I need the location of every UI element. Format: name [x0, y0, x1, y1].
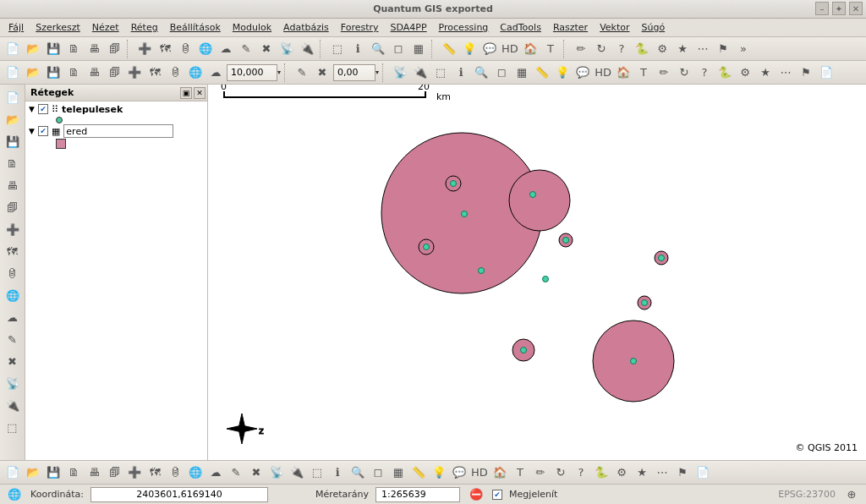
menu-cadtools[interactable]: CadTools — [495, 20, 546, 35]
plus1-icon[interactable]: HD — [594, 63, 612, 82]
reshape-icon[interactable]: 📡 — [391, 63, 409, 82]
graph2-icon[interactable]: ⚑ — [797, 63, 815, 82]
rotate-icon[interactable]: 🌐 — [186, 63, 205, 82]
refresh-icon[interactable]: ↻ — [592, 40, 611, 58]
print-icon[interactable]: 🖶 — [85, 40, 103, 58]
edit-icon[interactable]: 📄 — [3, 63, 22, 82]
crs-icon[interactable]: 🌐 — [3, 286, 22, 304]
save-edits-icon[interactable]: 📂 — [24, 63, 42, 82]
menu-nézet[interactable]: Nézet — [87, 20, 124, 35]
deselect-icon[interactable]: ◻ — [389, 40, 408, 58]
layer-visibility-checkbox[interactable]: ✔ — [38, 126, 48, 136]
b-pg-icon[interactable]: ★ — [633, 463, 651, 482]
cut-icon[interactable]: 💾 — [44, 63, 63, 82]
ext1-icon[interactable]: ⚙ — [653, 40, 671, 58]
zoomin-icon[interactable]: 📂 — [3, 110, 22, 129]
add-raster-icon[interactable]: 🗺 — [156, 40, 174, 58]
zoomfull-icon[interactable]: 🗎 — [3, 154, 22, 173]
paste-icon[interactable]: 🖶 — [85, 63, 103, 82]
plus2-icon[interactable]: 🏠 — [614, 63, 633, 82]
zoomout-icon[interactable]: 💾 — [3, 132, 22, 151]
info-icon[interactable]: ℹ — [348, 40, 367, 58]
save-icon[interactable]: 💾 — [44, 40, 63, 58]
menu-vektor[interactable]: Vektor — [595, 20, 634, 35]
toolbar-overflow-icon[interactable]: » — [734, 40, 753, 58]
b-win-icon[interactable]: ⚙ — [612, 463, 631, 482]
b-grid-icon[interactable]: 🔍 — [348, 463, 367, 482]
abc-icon[interactable]: ✎ — [3, 330, 22, 348]
refresh2-icon[interactable]: 🛢 — [3, 264, 22, 282]
label-icon[interactable]: ✖ — [3, 352, 22, 370]
bookmark-icon[interactable]: ☁ — [3, 308, 22, 326]
layer-name-edit[interactable] — [63, 124, 173, 138]
globe2-icon[interactable]: 🐍 — [715, 63, 734, 82]
prefs-icon[interactable]: ⬚ — [3, 418, 22, 436]
file-open-icon[interactable]: 📂 — [24, 40, 42, 58]
b-ruler-icon[interactable]: ➕ — [125, 463, 144, 482]
home-icon[interactable]: 🏠 — [521, 40, 540, 58]
scale-field[interactable]: 1:265639 — [375, 487, 460, 502]
b-gear-icon[interactable]: ✎ — [227, 463, 245, 482]
minimize-button[interactable]: – — [815, 2, 829, 15]
node-icon[interactable]: 🛢 — [166, 63, 184, 82]
menu-raszter[interactable]: Raszter — [548, 20, 593, 35]
snap-icon[interactable]: 💬 — [573, 63, 592, 82]
zoomnext-icon[interactable]: 🗺 — [3, 242, 22, 260]
add-wms-icon[interactable]: ☁ — [216, 40, 235, 58]
fill-icon[interactable]: 📏 — [533, 63, 551, 82]
addpart-icon[interactable]: 🔍 — [472, 63, 491, 82]
delring-icon[interactable]: ◻ — [492, 63, 511, 82]
b-sql-icon[interactable]: ⋯ — [653, 463, 671, 482]
add-postgis-icon[interactable]: 🛢 — [176, 40, 195, 58]
b-note-icon[interactable]: 💬 — [450, 463, 469, 482]
ext3-icon[interactable]: ⋯ — [693, 40, 712, 58]
copy-icon[interactable]: 🗎 — [64, 63, 83, 82]
coordinate-field[interactable]: 2403601,6169140 — [90, 487, 268, 502]
collapse-icon[interactable]: ▼ — [29, 127, 35, 135]
plugin-icon[interactable]: 🔌 — [298, 40, 316, 58]
b-d2s-icon[interactable]: 💾 — [44, 463, 63, 482]
menu-beállítások[interactable]: Beállítások — [165, 20, 226, 35]
new-shapefile-icon[interactable]: ✎ — [237, 40, 255, 58]
b-star-icon[interactable]: T — [511, 463, 529, 482]
trace-icon[interactable]: 💡 — [553, 63, 572, 82]
b-mag-icon[interactable]: ✖ — [247, 463, 266, 482]
b-p2-icon[interactable]: ✏ — [531, 463, 550, 482]
crs-status-button[interactable]: ⊕ — [842, 485, 861, 504]
b-x-icon[interactable]: ℹ — [328, 463, 347, 482]
b-green2-icon[interactable]: 🖶 — [85, 463, 103, 482]
b-sq-icon[interactable]: 🏠 — [491, 463, 509, 482]
redo-icon[interactable]: ➕ — [125, 63, 144, 82]
b-wave-icon[interactable]: 📂 — [24, 463, 42, 482]
menu-szerkeszt[interactable]: Szerkeszt — [30, 20, 85, 35]
globe-icon[interactable]: 🌐 — [5, 485, 24, 504]
zoomlast-icon[interactable]: ➕ — [3, 220, 22, 238]
b-tree-icon[interactable]: ⚑ — [673, 463, 692, 482]
save-as-icon[interactable]: 🗎 — [64, 40, 83, 58]
python-icon[interactable]: 🐍 — [633, 40, 651, 58]
split-icon[interactable]: ✖ — [313, 63, 332, 82]
table-icon[interactable]: ▦ — [409, 40, 428, 58]
undo-icon[interactable]: 🗐 — [105, 63, 123, 82]
layer-row-ered[interactable]: ▼ ✔ ▦ — [25, 123, 207, 139]
collapse-icon[interactable]: ▼ — [29, 105, 35, 113]
offset-icon[interactable]: 🔌 — [411, 63, 430, 82]
b-db-icon[interactable]: 🗐 — [105, 463, 123, 482]
graph3-icon[interactable]: 📄 — [817, 63, 836, 82]
b-blob-icon[interactable]: ⬚ — [308, 463, 326, 482]
remove-layer-icon[interactable]: ✖ — [257, 40, 276, 58]
select-icon[interactable]: ⬚ — [328, 40, 347, 58]
globe3-icon[interactable]: ⚙ — [736, 63, 754, 82]
speech-icon[interactable]: 💬 — [480, 40, 499, 58]
options-icon[interactable]: ⚑ — [714, 40, 732, 58]
help-icon[interactable]: ? — [612, 40, 631, 58]
b-doc-icon[interactable]: 📏 — [409, 463, 428, 482]
delpart-icon[interactable]: ▦ — [512, 63, 531, 82]
merge-icon[interactable]: ✎ — [293, 63, 311, 82]
b-cog-icon[interactable]: ▦ — [389, 463, 408, 482]
panel-undock-button[interactable]: ▣ — [180, 87, 192, 99]
b-arrow-icon[interactable]: ↻ — [551, 463, 570, 482]
menu-fájl[interactable]: Fájl — [3, 20, 29, 35]
b-layers-icon[interactable]: 🗺 — [145, 463, 164, 482]
simplify-icon[interactable]: ⬚ — [431, 63, 450, 82]
